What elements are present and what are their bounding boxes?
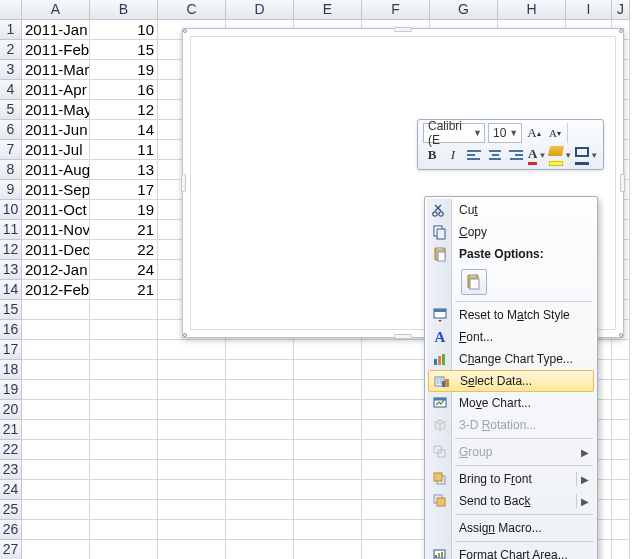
- cell-A7[interactable]: 2011-Jul: [22, 140, 90, 160]
- resize-handle-se[interactable]: [619, 333, 623, 337]
- toolbar-overflow[interactable]: [567, 123, 585, 143]
- resize-handle-e[interactable]: [620, 174, 625, 192]
- cell-D17[interactable]: [226, 340, 294, 360]
- cell-F24[interactable]: [362, 480, 430, 500]
- cell-C24[interactable]: [158, 480, 226, 500]
- row-header-20[interactable]: 20: [0, 400, 22, 420]
- row-header-4[interactable]: 4: [0, 80, 22, 100]
- menu-item-copy[interactable]: Copy: [427, 221, 595, 243]
- cell-C18[interactable]: [158, 360, 226, 380]
- align-center-button[interactable]: [486, 145, 504, 165]
- row-header-8[interactable]: 8: [0, 160, 22, 180]
- cell-C19[interactable]: [158, 380, 226, 400]
- cell-F26[interactable]: [362, 520, 430, 540]
- cell-D19[interactable]: [226, 380, 294, 400]
- cell-D20[interactable]: [226, 400, 294, 420]
- cell-D23[interactable]: [226, 460, 294, 480]
- cell-B23[interactable]: [90, 460, 158, 480]
- cell-B10[interactable]: 19: [90, 200, 158, 220]
- cell-A16[interactable]: [22, 320, 90, 340]
- row-header-17[interactable]: 17: [0, 340, 22, 360]
- cell-B5[interactable]: 12: [90, 100, 158, 120]
- menu-item-bring-to-front[interactable]: Bring to Front ▶: [427, 468, 595, 490]
- cell-D22[interactable]: [226, 440, 294, 460]
- cell-J20[interactable]: [612, 400, 630, 420]
- cell-B27[interactable]: [90, 540, 158, 559]
- shape-fill-button[interactable]: ▼: [549, 145, 572, 165]
- cell-A4[interactable]: 2011-Apr: [22, 80, 90, 100]
- cell-E19[interactable]: [294, 380, 362, 400]
- menu-item-select-data[interactable]: Select Data...: [428, 370, 594, 392]
- row-header-25[interactable]: 25: [0, 500, 22, 520]
- cell-B13[interactable]: 24: [90, 260, 158, 280]
- row-header-6[interactable]: 6: [0, 120, 22, 140]
- cell-F22[interactable]: [362, 440, 430, 460]
- cell-J24[interactable]: [612, 480, 630, 500]
- cell-A11[interactable]: 2011-Nov: [22, 220, 90, 240]
- cell-E18[interactable]: [294, 360, 362, 380]
- resize-handle-s[interactable]: [394, 334, 412, 339]
- cell-B18[interactable]: [90, 360, 158, 380]
- cell-B22[interactable]: [90, 440, 158, 460]
- row-header-5[interactable]: 5: [0, 100, 22, 120]
- menu-item-assign-macro[interactable]: Assign Macro...: [427, 517, 595, 539]
- cell-F25[interactable]: [362, 500, 430, 520]
- select-all-corner[interactable]: [0, 0, 22, 20]
- cell-D26[interactable]: [226, 520, 294, 540]
- italic-button[interactable]: I: [444, 145, 462, 165]
- cell-A23[interactable]: [22, 460, 90, 480]
- menu-item-reset-match-style[interactable]: Reset to Match Style: [427, 304, 595, 326]
- shape-outline-button[interactable]: ▼: [575, 145, 598, 165]
- cell-J17[interactable]: [612, 340, 630, 360]
- cell-A9[interactable]: 2011-Sep: [22, 180, 90, 200]
- cell-B6[interactable]: 14: [90, 120, 158, 140]
- row-header-18[interactable]: 18: [0, 360, 22, 380]
- menu-item-cut[interactable]: Cut: [427, 199, 595, 221]
- cell-D21[interactable]: [226, 420, 294, 440]
- cell-A8[interactable]: 2011-Aug: [22, 160, 90, 180]
- menu-item-move-chart[interactable]: Move Chart...: [427, 392, 595, 414]
- cell-B9[interactable]: 17: [90, 180, 158, 200]
- cell-A27[interactable]: [22, 540, 90, 559]
- cell-B20[interactable]: [90, 400, 158, 420]
- cell-D25[interactable]: [226, 500, 294, 520]
- cell-E24[interactable]: [294, 480, 362, 500]
- cell-E21[interactable]: [294, 420, 362, 440]
- cell-B17[interactable]: [90, 340, 158, 360]
- cell-B7[interactable]: 11: [90, 140, 158, 160]
- row-header-15[interactable]: 15: [0, 300, 22, 320]
- row-header-22[interactable]: 22: [0, 440, 22, 460]
- row-header-13[interactable]: 13: [0, 260, 22, 280]
- cell-F23[interactable]: [362, 460, 430, 480]
- row-header-11[interactable]: 11: [0, 220, 22, 240]
- cell-C26[interactable]: [158, 520, 226, 540]
- resize-handle-sw[interactable]: [183, 333, 187, 337]
- cell-B24[interactable]: [90, 480, 158, 500]
- row-header-23[interactable]: 23: [0, 460, 22, 480]
- column-header-E[interactable]: E: [294, 0, 362, 20]
- align-left-button[interactable]: [465, 145, 483, 165]
- cell-E25[interactable]: [294, 500, 362, 520]
- row-header-12[interactable]: 12: [0, 240, 22, 260]
- cell-B8[interactable]: 13: [90, 160, 158, 180]
- cell-E23[interactable]: [294, 460, 362, 480]
- cell-E20[interactable]: [294, 400, 362, 420]
- cell-B19[interactable]: [90, 380, 158, 400]
- align-right-button[interactable]: [507, 145, 525, 165]
- paste-option-default[interactable]: [461, 269, 487, 295]
- row-header-14[interactable]: 14: [0, 280, 22, 300]
- column-header-D[interactable]: D: [226, 0, 294, 20]
- column-header-I[interactable]: I: [566, 0, 612, 20]
- column-header-C[interactable]: C: [158, 0, 226, 20]
- cell-F18[interactable]: [362, 360, 430, 380]
- cell-B1[interactable]: 10: [90, 20, 158, 40]
- menu-item-format-chart-area[interactable]: Format Chart Area...: [427, 544, 595, 559]
- menu-item-send-to-back[interactable]: Send to Back ▶: [427, 490, 595, 512]
- cell-D24[interactable]: [226, 480, 294, 500]
- font-name-combo[interactable]: Calibri (E ▼: [423, 123, 485, 143]
- cell-A10[interactable]: 2011-Oct: [22, 200, 90, 220]
- row-header-19[interactable]: 19: [0, 380, 22, 400]
- grow-font-button[interactable]: A ▴: [525, 123, 543, 143]
- cell-J21[interactable]: [612, 420, 630, 440]
- cell-B3[interactable]: 19: [90, 60, 158, 80]
